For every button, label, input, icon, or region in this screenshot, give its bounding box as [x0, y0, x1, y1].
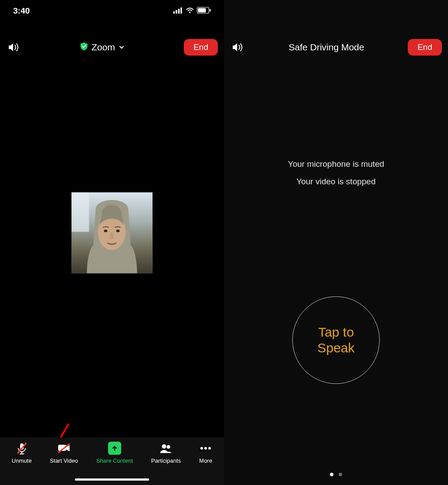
end-call-button[interactable]: End [184, 39, 218, 56]
unmute-label: Unmute [12, 457, 32, 464]
svg-rect-6 [198, 8, 206, 13]
shield-icon [80, 42, 88, 53]
svg-point-12 [116, 229, 120, 232]
more-icon [199, 442, 212, 455]
participants-button[interactable]: Participants [151, 442, 181, 485]
driving-title: Safe Driving Mode [245, 42, 408, 53]
svg-point-25 [208, 447, 211, 450]
mic-status-text: Your microphone is muted [224, 158, 448, 171]
participant-avatar [72, 192, 153, 273]
svg-point-23 [200, 447, 203, 450]
svg-rect-7 [210, 9, 211, 12]
cellular-icon [173, 6, 183, 16]
status-bar: 3:40 [0, 0, 224, 22]
speaker-icon[interactable] [6, 40, 21, 55]
more-button[interactable]: More [199, 442, 212, 485]
svg-rect-0 [173, 11, 175, 14]
meeting-title[interactable]: Zoom [21, 42, 184, 53]
call-header: Zoom End [0, 35, 224, 60]
svg-rect-16 [21, 452, 22, 453]
home-indicator[interactable] [75, 478, 149, 481]
video-status-text: Your video is stopped [224, 175, 448, 188]
tap-to-speak-label: Tap to Speak [317, 324, 354, 356]
svg-point-21 [162, 444, 166, 449]
battery-icon [197, 6, 211, 16]
status-time: 3:40 [13, 6, 30, 16]
svg-rect-3 [181, 7, 182, 14]
share-label: Share Content [96, 457, 133, 464]
svg-point-4 [189, 11, 191, 13]
start-video-label: Start Video [50, 457, 78, 464]
page-indicator[interactable] [330, 473, 342, 476]
page-dot-1[interactable] [330, 473, 333, 476]
chevron-down-icon [119, 42, 125, 53]
svg-rect-17 [20, 453, 24, 454]
unmute-button[interactable]: Unmute [12, 442, 32, 485]
driving-header: Safe Driving Mode End [224, 35, 448, 60]
zoom-call-screen: 3:40 Zoom End [0, 0, 224, 485]
svg-rect-1 [176, 10, 178, 14]
video-off-icon [57, 442, 70, 455]
driving-title-text: Safe Driving Mode [289, 42, 364, 53]
safe-driving-screen: Safe Driving Mode End Your microphone is… [224, 0, 448, 485]
speaker-icon[interactable] [230, 40, 245, 55]
participants-icon [159, 442, 172, 455]
svg-rect-2 [178, 9, 180, 14]
participants-label: Participants [151, 457, 181, 464]
wifi-icon [186, 6, 194, 16]
svg-rect-9 [72, 192, 89, 232]
driving-status: Your microphone is muted Your video is s… [224, 153, 448, 193]
more-label: More [199, 457, 212, 464]
mic-muted-icon [15, 442, 28, 455]
page-dot-2[interactable] [339, 473, 342, 476]
svg-point-24 [204, 447, 207, 450]
meeting-title-text: Zoom [91, 42, 115, 53]
svg-point-22 [167, 445, 170, 449]
start-video-button[interactable]: Start Video [50, 442, 78, 485]
call-toolbar: Unmute Start Video Share Content Partici… [0, 437, 224, 485]
video-area[interactable] [0, 60, 224, 437]
end-call-button[interactable]: End [408, 39, 442, 56]
svg-point-11 [104, 229, 108, 232]
tap-to-speak-button[interactable]: Tap to Speak [292, 296, 380, 384]
share-icon [108, 442, 121, 455]
